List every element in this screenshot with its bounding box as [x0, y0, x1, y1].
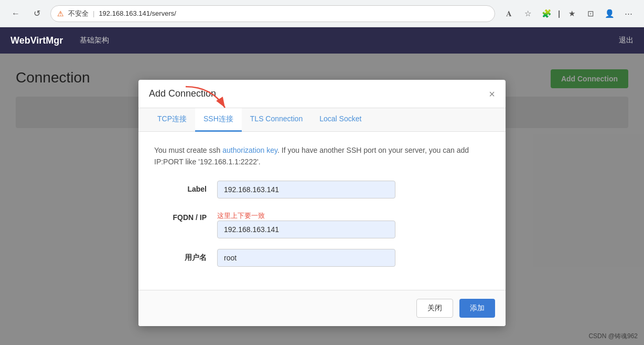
fqdn-hint: 这里上下要一致: [217, 211, 490, 221]
label-input[interactable]: [217, 181, 395, 198]
modal-close-button[interactable]: ×: [489, 89, 495, 99]
close-button[interactable]: 关闭: [416, 299, 453, 318]
fqdn-field-label: FQDN / IP: [154, 209, 217, 222]
extensions-icon[interactable]: 🧩: [539, 6, 554, 21]
bookmark-icon[interactable]: ☆: [520, 6, 535, 21]
app-header: WebVirtMgr 基础架构 退出: [0, 27, 644, 54]
tab-icon[interactable]: ⊡: [583, 6, 598, 21]
fqdn-input-wrap: 这里上下要一致: [217, 209, 490, 238]
star-icon[interactable]: ★: [564, 6, 579, 21]
security-label: 不安全: [68, 9, 89, 18]
nav-item-jichu[interactable]: 基础架构: [76, 34, 113, 47]
modal-body: You must create ssh authorization key. I…: [138, 132, 506, 290]
browser-actions: 𝐀 ☆ 🧩 | ★ ⊡ 👤 ⋯: [501, 6, 636, 21]
username-input-wrap: [217, 249, 490, 267]
profile-icon[interactable]: 👤: [602, 6, 617, 21]
tab-local[interactable]: Local Socket: [311, 108, 370, 132]
tab-tls[interactable]: TLS Connection: [242, 108, 311, 132]
header-right: 退出: [619, 36, 634, 45]
modal-title: Add Connection: [149, 88, 216, 99]
info-text: You must create ssh authorization key. I…: [154, 144, 490, 168]
info-text-before: You must create ssh: [154, 146, 222, 154]
form-group-fqdn: FQDN / IP 这里上下要一致: [154, 209, 490, 238]
add-button[interactable]: 添加: [459, 299, 495, 318]
tab-tcp[interactable]: TCP连接: [149, 108, 195, 132]
label-input-wrap: [217, 181, 490, 198]
username-input[interactable]: [217, 249, 395, 267]
browser-chrome: ← ↺ ⚠ 不安全 | 192.168.163.141/servers/ 𝐀 ☆…: [0, 0, 644, 27]
auth-key-link[interactable]: authorization key: [222, 146, 277, 154]
separator: |: [93, 9, 94, 17]
more-button[interactable]: ⋯: [621, 6, 636, 21]
label-field-label: Label: [154, 181, 217, 193]
modal-footer: 关闭 添加: [138, 290, 506, 326]
logout-link[interactable]: 退出: [619, 36, 634, 44]
back-button[interactable]: ←: [8, 6, 23, 21]
fqdn-input[interactable]: [217, 221, 395, 238]
url-text: 192.168.163.141/servers/: [99, 9, 176, 17]
refresh-button[interactable]: ↺: [29, 6, 44, 21]
form-group-label: Label: [154, 181, 490, 198]
modal-dialog: Add Connection × TCP连接 SSH连接 TLS Connect…: [138, 80, 506, 326]
separator2: |: [558, 9, 560, 18]
address-bar[interactable]: ⚠ 不安全 | 192.168.163.141/servers/: [50, 5, 495, 22]
app-logo: WebVirtMgr: [10, 35, 63, 46]
tab-ssh[interactable]: SSH连接: [195, 108, 242, 132]
font-icon[interactable]: 𝐀: [501, 6, 516, 21]
username-field-label: 用户名: [154, 249, 217, 263]
warning-icon: ⚠: [57, 9, 64, 18]
modal-header: Add Connection ×: [138, 80, 506, 108]
form-group-username: 用户名: [154, 249, 490, 267]
page-content: Connection Add Connection Add Connection…: [0, 54, 644, 345]
modal-tabs: TCP连接 SSH连接 TLS Connection Local Socket: [138, 108, 506, 132]
